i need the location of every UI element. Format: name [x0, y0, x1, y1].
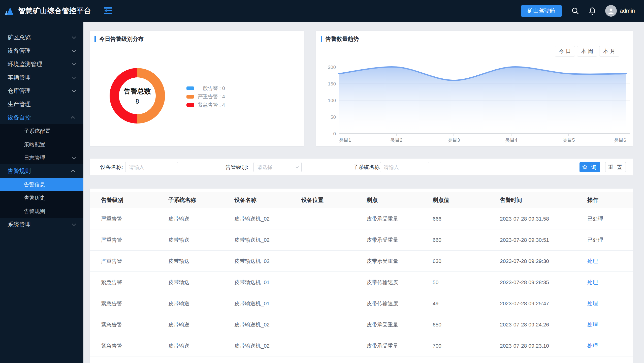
cell-action-handle-link[interactable]: 处理: [587, 300, 633, 307]
card-title: 今日告警级别分布: [94, 35, 144, 43]
legend-item: 紧急告警 : 4: [186, 101, 225, 109]
sidebar-item-device-auto-control[interactable]: 设备自控: [0, 111, 83, 124]
cockpit-button[interactable]: 矿山驾驶舱: [521, 5, 562, 17]
sidebar-item-environment-monitoring[interactable]: 环境监测管理: [0, 57, 83, 71]
cell-action-handle-link[interactable]: 处理: [587, 321, 633, 328]
trend-range-buttons: 今 日 本 周 本 月: [553, 46, 619, 56]
table-row: 紧急告警 皮带输送 皮带输送机_02 皮带承受重量 650 2023-07-28…: [90, 314, 633, 335]
cell-subsystem: 皮带输送: [168, 300, 234, 307]
subsystem-name-label: 子系统名称:: [353, 159, 381, 175]
column-header: 测点值: [433, 196, 500, 204]
card-title-text: 今日告警级别分布: [99, 35, 144, 43]
cell-time: 2023-07-28 09:29:30: [500, 258, 587, 264]
svg-text:50: 50: [331, 114, 336, 120]
range-button-month[interactable]: 本 月: [599, 46, 619, 56]
device-name-input[interactable]: [125, 162, 178, 172]
sidebar-item-label: 日志管理: [24, 154, 45, 161]
search-icon[interactable]: [571, 7, 579, 15]
cell-level: 严重告警: [101, 258, 168, 265]
cell-device: 皮带输送机_02: [234, 258, 301, 265]
app-title: 智慧矿山综合管控平台: [18, 6, 91, 16]
title-accent-bar: [321, 36, 322, 42]
query-button[interactable]: 查 询: [579, 162, 600, 172]
table-row: 严重告警 皮带输送 皮带输送机_02 皮带承受重量 660 2023-07-28…: [90, 229, 633, 251]
cell-point: 皮带承受重量: [367, 215, 433, 222]
sidebar-item-log-management[interactable]: 日志管理: [0, 151, 83, 164]
column-header: 操作: [587, 196, 633, 204]
donut-center: 告警总数 8: [119, 77, 156, 114]
chevron-up-icon: [71, 116, 75, 120]
cell-action-processed: 已处理: [587, 215, 633, 222]
cell-value: 50: [433, 279, 500, 285]
alarm-donut-chart: 告警总数 8: [110, 68, 165, 124]
column-header: 设备位置: [301, 196, 367, 204]
cell-value: 49: [433, 300, 500, 307]
cell-action-handle-link[interactable]: 处理: [587, 342, 633, 349]
sidebar-item-vehicle-management[interactable]: 车辆管理: [0, 71, 83, 84]
cell-action-handle-link[interactable]: 处理: [587, 279, 633, 286]
sidebar-item-label: 告警历史: [24, 194, 45, 201]
cell-action-processed: 已处理: [587, 236, 633, 244]
svg-text:类目6: 类目6: [614, 137, 626, 143]
sidebar-item-alarm-info[interactable]: 告警信息: [0, 178, 83, 191]
donut-center-label: 告警总数: [124, 87, 151, 96]
svg-text:类目3: 类目3: [448, 137, 460, 143]
avatar[interactable]: [605, 5, 617, 17]
alarm-table-card: 告警级别 子系统名称 设备名称 设备位置 测点 测点值 告警时间 操作 严重告警…: [90, 189, 633, 363]
sidebar-collapse-icon[interactable]: [104, 7, 113, 15]
column-header: 告警时间: [500, 196, 587, 204]
cell-value: 700: [433, 343, 500, 349]
card-title-text: 告警数量趋势: [326, 35, 359, 43]
cell-point: 皮带承受重量: [367, 258, 433, 265]
chevron-down-icon: [296, 165, 299, 168]
subsystem-name-input[interactable]: [380, 162, 429, 172]
sidebar-item-label: 车辆管理: [8, 74, 31, 81]
sidebar-item-device-management[interactable]: 设备管理: [0, 44, 83, 57]
cell-value: 666: [433, 216, 500, 222]
sidebar-item-label: 设备自控: [8, 114, 31, 122]
sidebar-item-label: 子系统配置: [24, 128, 50, 135]
cell-time: 2023-07-28 09:31:58: [500, 216, 587, 222]
sidebar-item-label: 告警规则: [24, 208, 45, 215]
sidebar-item-mine-overview[interactable]: 矿区总览: [0, 31, 83, 44]
cell-time: 2023-07-28 09:24:26: [500, 322, 587, 328]
cell-action-handle-link[interactable]: 处理: [587, 258, 633, 265]
cell-subsystem: 皮带输送: [168, 258, 234, 265]
sidebar-item-system-management[interactable]: 系统管理: [0, 218, 83, 231]
username[interactable]: admin: [620, 8, 635, 14]
cell-point: 皮带传输速度: [367, 279, 433, 286]
notification-bell-icon[interactable]: [589, 7, 596, 15]
sidebar-item-alarm-rules-sub[interactable]: 告警规则: [0, 204, 83, 218]
reset-button[interactable]: 重 置: [605, 162, 626, 172]
cell-point: 皮带承受重量: [367, 321, 433, 328]
sidebar-item-alarm-rules[interactable]: 告警规则: [0, 164, 83, 178]
alarm-level-distribution-card: 今日告警级别分布 告警总数 8 一般告警 : 0 严重告警 : 4 紧急告警 :…: [90, 31, 304, 146]
svg-text:0: 0: [333, 131, 336, 136]
sidebar-item-production-management[interactable]: 生产管理: [0, 98, 83, 111]
sidebar-item-subsystem-config[interactable]: 子系统配置: [0, 124, 83, 138]
range-button-week[interactable]: 本 周: [577, 46, 597, 56]
column-header: 测点: [367, 196, 433, 204]
range-button-today[interactable]: 今 日: [555, 46, 575, 56]
sidebar-item-warehouse-management[interactable]: 仓库管理: [0, 84, 83, 98]
sidebar-item-alarm-history[interactable]: 告警历史: [0, 191, 83, 204]
table-row: 紧急告警 皮带输送 皮带输送机_02 皮带承受重量 700 2023-07-28…: [90, 335, 633, 356]
column-header: 告警级别: [101, 196, 168, 204]
title-accent-bar: [94, 36, 96, 42]
table-row: 严重告警 皮带输送 皮带输送机_02 皮带承受重量 630 2023-07-28…: [90, 251, 633, 272]
cell-point: 皮带承受重量: [367, 236, 433, 244]
cell-value: 650: [433, 322, 500, 328]
sidebar: 矿区总览 设备管理 环境监测管理 车辆管理 仓库管理 生产管理 设备自控 子系统…: [0, 22, 83, 363]
svg-text:100: 100: [328, 98, 336, 103]
sidebar-item-label: 环境监测管理: [8, 60, 42, 68]
table-row: 严重告警 皮带输送 皮带输送机_02 皮带承受重量 666 2023-07-28…: [90, 208, 633, 229]
sidebar-item-strategy-config[interactable]: 策略配置: [0, 138, 83, 151]
cell-time: 2023-07-28 09:28:35: [500, 279, 587, 285]
chevron-up-icon: [71, 170, 75, 174]
svg-text:150: 150: [328, 81, 336, 86]
cell-time: 2023-07-28 09:23:10: [500, 343, 587, 349]
cell-device: 皮带输送机_01: [234, 279, 301, 286]
alarm-level-select[interactable]: 请选择: [253, 162, 302, 172]
table-row: 紧急告警 皮带输送 皮带输送机_01 皮带传输速度 50 2023-07-28 …: [90, 272, 633, 293]
legend-item: 严重告警 : 4: [186, 93, 225, 101]
